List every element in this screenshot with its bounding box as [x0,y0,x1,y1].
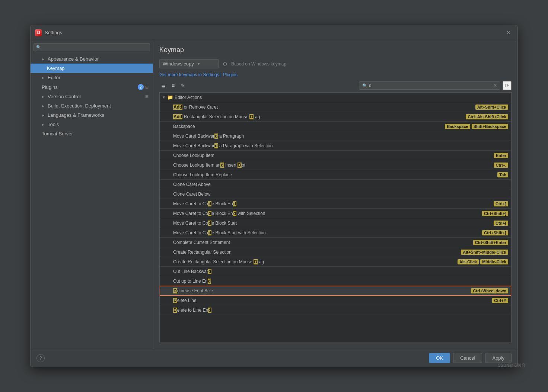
keymap-preset-label: Windows copy [163,61,194,67]
table-row[interactable]: Complete Current Statement Ctrl+Shift+En… [160,238,511,247]
sidebar-item-label-editor: Editor [48,75,60,80]
shortcut-badge: Alt+Shift+Middle-Click [461,250,508,255]
row-name: Move Caret to Code Block End with Select… [163,211,482,216]
expand-group-icon: ▼ [162,95,166,99]
gear-icon[interactable]: ⚙ [223,61,227,67]
table-row[interactable]: Create Rectangular Selection Alt+Shift+M… [160,247,511,257]
row-shortcuts: Enter [494,153,508,158]
table-row[interactable]: Create Rectangular Selection on Mouse Dr… [160,257,511,267]
page-title: Keymap [159,46,512,54]
help-button[interactable]: ? [36,354,45,362]
expand-arrow-build: ▶ [42,104,45,108]
row-shortcuts: Alt+Shift+Click [475,105,508,110]
sidebar-item-tomcat[interactable]: Tomcat Server [31,129,153,138]
expand-arrow-lang: ▶ [42,113,45,117]
shortcut-badge: Tab [497,172,508,177]
sidebar-item-languages[interactable]: ▶ Languages & Frameworks [31,110,153,120]
footer-buttons: OK Cancel Apply [429,353,512,363]
table-row[interactable]: Choose Lookup Item and Insert Dot Ctrl+. [160,160,511,170]
table-row[interactable]: Clone Caret Below [160,189,511,199]
row-shortcuts: Ctrl+[ [494,221,508,226]
sidebar-item-keymap[interactable]: Keymap [31,64,153,73]
sidebar-item-version-control[interactable]: ▶ Version Control ⊟ [31,92,153,101]
row-name: Create Rectangular Selection [163,250,461,255]
keymap-search-input[interactable] [369,83,492,88]
collapse-all-button[interactable]: ≡ [170,81,176,90]
sidebar-search-box[interactable]: 🔍 [34,43,150,51]
table-row[interactable]: Add or Remove Caret Alt+Shift+Click [160,102,511,112]
shortcut-badge: Ctrl+Y [492,298,508,303]
row-name: Cut up to Line End [163,279,508,284]
footer: ? OK Cancel Apply [31,349,517,367]
table-row[interactable]: Move Caret to Code Block Start with Sele… [160,228,511,238]
app-icon: IJ [35,29,42,36]
keymap-preset-dropdown[interactable]: Windows copy ▼ [159,59,219,68]
edit-shortcut-button[interactable]: ✎ [179,81,187,90]
row-name: Move Caret Backward a Paragraph [163,134,508,139]
get-more-link-text: Get more keymaps in Settings | Plugins [159,72,238,77]
table-bottom-padding [160,315,511,322]
vc-icon: ⊟ [145,94,149,99]
row-name: Complete Current Statement [163,240,473,245]
table-row[interactable]: Clone Caret Above [160,180,511,189]
keymap-search-box[interactable]: 🔍 ✕ [359,81,500,90]
expand-arrow-appearance: ▶ [42,57,45,61]
table-row-decrease-font-size[interactable]: Decrease Font Size Ctrl+Wheel down [160,286,511,296]
shortcut-badge: Alt+Shift+Click [475,105,508,110]
cancel-button[interactable]: Cancel [453,353,482,363]
title-bar-left: IJ Settings [35,29,62,36]
based-on-text: Based on Windows keymap [231,61,286,67]
sidebar-item-label-keymap: Keymap [47,65,65,71]
row-shortcuts: Ctrl+Shift+Enter [473,240,508,245]
row-shortcuts: Alt+Click Middle-Click [458,259,508,264]
table-row[interactable]: Move Caret to Code Block End Ctrl+] [160,199,511,209]
keymap-header: Windows copy ▼ ⚙ Based on Windows keymap [159,59,512,68]
row-name: Add Rectangular Selection on Mouse Drag [163,114,466,119]
sidebar-item-build[interactable]: ▶ Build, Execution, Deployment [31,101,153,110]
apply-button[interactable]: Apply [485,353,512,363]
row-name: Move Caret to Code Block End [163,201,494,206]
table-row[interactable]: Delete to Line End [160,305,511,315]
table-row[interactable]: Move Caret to Code Block Start Ctrl+[ [160,218,511,228]
table-row[interactable]: Choose Lookup Item Enter [160,151,511,160]
row-name: Cut Line Backward [163,269,508,274]
group-header-editor-actions[interactable]: ▼ 📁 Editor Actions [160,93,511,102]
table-row[interactable]: Cut Line Backward [160,267,511,276]
expand-all-button[interactable]: ≣ [159,81,168,90]
table-row[interactable]: Move Caret to Code Block End with Select… [160,209,511,218]
sidebar-item-label-tools: Tools [48,122,59,127]
shortcut-badge: Middle-Click [480,259,508,264]
clear-search-icon[interactable]: ✕ [493,83,497,88]
content-area: 🔍 ▶ Appearance & Behavior Keymap ▶ Edito… [31,40,517,349]
row-shortcuts: Ctrl+. [494,163,508,168]
table-row[interactable]: Add Rectangular Selection on Mouse Drag … [160,112,511,122]
close-button[interactable]: ✕ [504,28,513,37]
shortcut-badge: Ctrl+. [494,163,508,168]
find-usages-button[interactable]: ⟳ [503,81,512,90]
row-name: Choose Lookup Item Replace [163,172,497,177]
plugins-badge: 2 [138,84,144,90]
sidebar-search-input[interactable] [43,45,147,50]
table-row[interactable]: Backspace Backspace Shift+Backspace [160,122,511,131]
table-row[interactable]: Choose Lookup Item Replace Tab [160,170,511,180]
row-shortcuts: Ctrl+Shift+[ [482,230,508,235]
sidebar-item-tools[interactable]: ▶ Tools [31,120,153,129]
row-shortcuts: Backspace Shift+Backspace [445,124,508,129]
sidebar-item-plugins[interactable]: Plugins 2 ⊟ [31,82,153,92]
table-row[interactable]: Move Caret Backward a Paragraph [160,131,511,141]
table-row[interactable]: Cut up to Line End [160,276,511,286]
table-row[interactable]: Move Caret Backward a Paragraph with Sel… [160,141,511,151]
get-more-keymaps-link[interactable]: Get more keymaps in Settings | Plugins [159,72,512,77]
table-row[interactable]: Delete Line Ctrl+Y [160,296,511,305]
row-name: Move Caret to Code Block Start with Sele… [163,230,482,235]
dropdown-arrow-icon: ▼ [197,62,201,66]
row-name: Create Rectangular Selection on Mouse Dr… [163,259,458,264]
title-bar: IJ Settings ✕ [31,25,517,40]
row-shortcuts: Ctrl+Shift+] [482,211,508,216]
sidebar-item-appearance[interactable]: ▶ Appearance & Behavior [31,54,153,64]
sidebar-item-editor[interactable]: ▶ Editor [31,73,153,82]
ok-button[interactable]: OK [429,353,450,363]
shortcut-badge: Ctrl+Wheel down [471,288,508,293]
row-shortcuts: Ctrl+] [494,201,508,206]
expand-arrow-tools: ▶ [42,123,45,126]
